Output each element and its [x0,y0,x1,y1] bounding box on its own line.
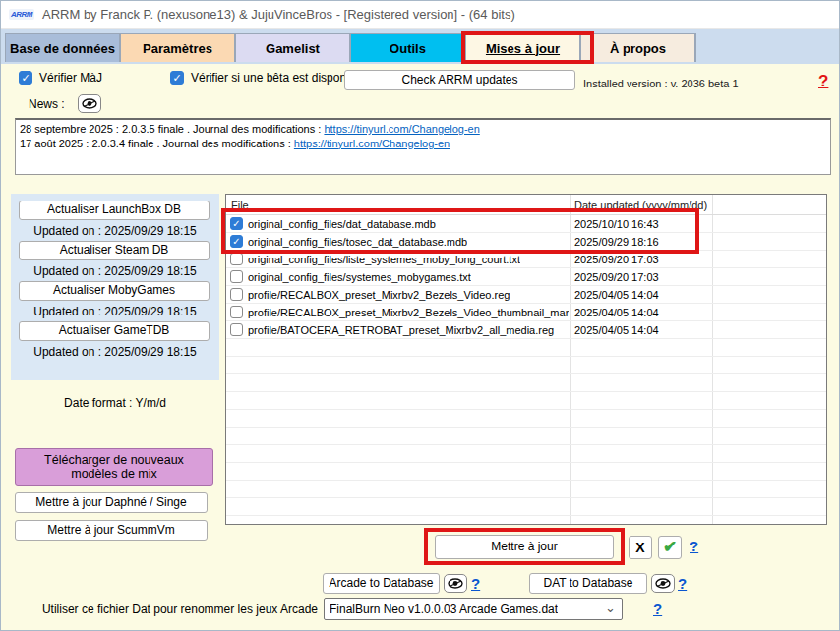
eye-icon [655,578,671,589]
row-checkbox[interactable] [230,306,243,318]
table-row[interactable]: profile/BATOCERA_RETROBAT_preset_Mixrbv2… [226,321,826,339]
date-format-label: Date format : Y/m/d [11,396,219,410]
empty-row [226,392,826,410]
table-row[interactable]: profile/RECALBOX_preset_Mixrbv2_Bezels_V… [226,286,826,304]
title-bar: ARRM ARRM by Franck P. (nexusone13) & Ju… [1,1,840,29]
arrm-window: ARRM ARRM by Franck P. (nexusone13) & Ju… [0,0,840,631]
dat-to-database-button[interactable]: DAT to Database [529,573,647,594]
eye-icon [448,578,463,589]
news-line: 28 septembre 2025 : 2.0.3.5 finale . Jou… [20,122,826,137]
row-checkbox[interactable] [230,323,243,336]
update-help-link[interactable]: ? [690,538,698,554]
actualiser-mobygames-button[interactable]: Actualiser MobyGames [19,281,210,301]
verify-maj-checkbox-row[interactable]: Vérifier MàJ [19,71,102,85]
mobygames-updated-label: Updated on : 2025/09/29 18:15 [11,305,219,318]
actualiser-launchbox-button[interactable]: Actualiser LaunchBox DB [19,201,210,220]
row-checkbox[interactable] [230,235,243,248]
check-arrm-updates-button[interactable]: Check ARRM updates [344,70,575,90]
empty-row [226,463,826,481]
news-textbox[interactable]: 28 septembre 2025 : 2.0.3.5 finale . Jou… [15,118,831,175]
update-files-table[interactable]: File Date updated (yyyy/mm/dd) original_… [225,194,827,525]
dat-help-link[interactable]: ? [678,575,687,592]
steam-updated-label: Updated on : 2025/09/29 18:15 [11,264,219,278]
table-row[interactable]: original_config_files/tosec_dat_database… [226,233,826,251]
combo-help-link[interactable]: ? [653,601,662,617]
file-column-header: File [231,200,249,211]
table-row[interactable]: original_config_files/liste_systemes_mob… [226,251,826,268]
verify-beta-label: Vérifier si une bêta est disponible [191,71,365,85]
news-label: News : [29,97,65,111]
top-help-link[interactable]: ? [818,72,828,91]
empty-row [226,410,826,428]
dat-file-label: Utiliser ce fichier Dat pour renommer le… [1,602,318,616]
tab-parametres[interactable]: Paramètres [120,33,235,62]
tab-base-de-donnees[interactable]: Base de données [5,33,120,62]
green-check-icon: ✔ [663,538,677,557]
table-row[interactable]: profile/RECALBOX_preset_Mixrbv2_Bezels_V… [226,304,826,321]
news-line: 17 août 2025 : 2.0.3.4 finale . Journal … [20,137,826,151]
changelog-link[interactable]: https://tinyurl.com/Changelog-en [324,123,479,135]
empty-row [226,339,826,357]
launchbox-updated-label: Updated on : 2025/09/29 18:15 [11,224,219,238]
arcade-help-link[interactable]: ? [471,575,480,592]
tab-gamelist[interactable]: Gamelist [235,33,350,62]
chevron-down-icon: ⌄ [605,601,616,615]
download-mix-models-button[interactable]: Télécharger de nouveaux modèles de mix [15,448,213,486]
arcade-to-database-button[interactable]: Arcade to Database [323,573,440,594]
actualiser-gametdb-button[interactable]: Actualiser GameTDB [19,321,210,341]
mettre-a-jour-button[interactable]: Mettre à jour [435,535,614,559]
tab-outils[interactable]: Outils [350,33,465,62]
dat-file-combobox[interactable]: FinalBurn Neo v1.0.0.03 Arcade Games.dat… [324,598,623,620]
empty-row [226,481,826,498]
row-checkbox[interactable] [230,270,243,283]
window-title: ARRM by Franck P. (nexusone13) & JujuVin… [42,7,515,22]
tab-strip: Base de données Paramètres Gamelist Outi… [1,29,840,64]
verify-beta-checkbox-row[interactable]: Vérifier si une bêta est disponible [170,71,365,85]
news-eye-button[interactable] [78,94,101,113]
row-checkbox[interactable] [230,288,243,301]
date-column-header: Date updated (yyyy/mm/dd) [574,200,707,211]
table-header: File Date updated (yyyy/mm/dd) [226,195,826,215]
actualiser-steam-button[interactable]: Actualiser Steam DB [19,241,210,260]
gametdb-updated-label: Updated on : 2025/09/29 18:15 [11,345,219,359]
empty-row [226,498,826,516]
deselect-all-button[interactable]: X [629,536,652,559]
row-checkbox[interactable] [230,217,243,230]
verify-maj-checkbox[interactable] [19,71,32,85]
tabstrip-divider [695,33,696,62]
empty-row [226,357,826,374]
empty-row [226,445,826,463]
tab-a-propos[interactable]: À propos [580,33,695,62]
dat-file-selected-value: FinalBurn Neo v1.0.0.03 Arcade Games.dat [330,602,558,616]
tab-mises-a-jour[interactable]: Mises à jour [465,33,580,62]
empty-row [226,428,826,445]
row-checkbox[interactable] [230,253,243,265]
arcade-eye-button[interactable] [444,574,467,593]
verify-maj-label: Vérifier MàJ [39,71,102,85]
update-scummvm-button[interactable]: Mettre à jour ScummVm [15,520,208,541]
dat-eye-button[interactable] [651,574,675,593]
table-row[interactable]: original_config_files/systemes_mobygames… [226,268,826,286]
changelog-link[interactable]: https://tinyurl.com/Changelog-en [294,138,450,149]
eye-icon [82,98,97,109]
empty-row [226,374,826,392]
verify-beta-checkbox[interactable] [170,71,184,85]
installed-version-label: Installed version : v. 2036 beta 1 [583,78,739,89]
question-mark-icon: ? [818,72,828,90]
update-daphne-button[interactable]: Mettre à jour Daphné / Singe [15,492,208,513]
table-row[interactable]: original_config_files/dat_database.mdb 2… [226,215,826,233]
select-all-button[interactable]: ✔ [658,536,682,559]
app-logo-icon: ARRM [9,9,34,20]
